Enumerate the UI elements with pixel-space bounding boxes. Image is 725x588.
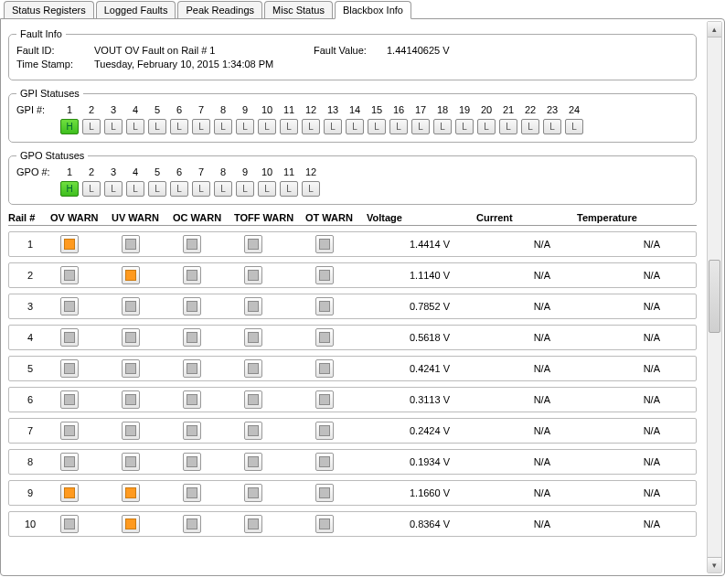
warn-indicator[interactable] xyxy=(315,297,334,315)
warn-indicator[interactable] xyxy=(315,484,334,502)
warn-indicator[interactable] xyxy=(122,359,140,378)
gpi-status-box[interactable]: L xyxy=(346,119,364,134)
warn-indicator[interactable] xyxy=(315,235,334,253)
gpi-status-box[interactable]: L xyxy=(521,119,539,134)
gpi-status-box[interactable]: L xyxy=(411,119,430,134)
warn-indicator[interactable] xyxy=(244,297,262,315)
warn-indicator[interactable] xyxy=(60,422,79,440)
table-row[interactable]: 60.3113 VN/AN/A xyxy=(8,387,697,412)
gpo-status-box[interactable]: L xyxy=(236,181,254,197)
warn-indicator[interactable] xyxy=(60,515,79,533)
warn-indicator[interactable] xyxy=(183,390,201,409)
gpi-status-box[interactable]: L xyxy=(368,119,386,134)
warn-indicator[interactable] xyxy=(60,453,79,471)
gpi-status-box[interactable]: L xyxy=(126,119,144,134)
warn-indicator[interactable] xyxy=(122,453,140,471)
warn-indicator[interactable] xyxy=(315,390,334,409)
gpi-status-box[interactable]: L xyxy=(170,119,188,134)
warn-indicator[interactable] xyxy=(122,422,140,440)
warn-indicator[interactable] xyxy=(183,515,201,533)
warn-indicator[interactable] xyxy=(183,484,201,502)
table-row[interactable]: 100.8364 VN/AN/A xyxy=(8,511,697,537)
gpo-status-box[interactable]: L xyxy=(104,181,123,197)
warn-indicator[interactable] xyxy=(315,515,334,533)
gpo-status-box[interactable]: L xyxy=(82,181,101,197)
table-row[interactable]: 80.1934 VN/AN/A xyxy=(8,449,697,475)
gpo-status-box[interactable]: L xyxy=(214,181,232,197)
warn-indicator[interactable] xyxy=(60,297,79,315)
gpi-status-box[interactable]: L xyxy=(433,119,452,134)
warn-indicator[interactable] xyxy=(122,328,140,347)
gpi-status-box[interactable]: L xyxy=(455,119,474,134)
gpi-status-box[interactable]: L xyxy=(236,119,254,134)
warn-indicator[interactable] xyxy=(60,328,79,347)
warn-indicator[interactable] xyxy=(183,297,201,315)
table-row[interactable]: 21.1140 VN/AN/A xyxy=(8,262,697,288)
gpo-status-box[interactable]: L xyxy=(126,181,144,197)
warn-indicator[interactable] xyxy=(183,328,201,347)
tab-logged-faults[interactable]: Logged Faults xyxy=(96,1,176,19)
warn-indicator[interactable] xyxy=(122,235,140,253)
warn-indicator[interactable] xyxy=(315,422,334,440)
scroll-thumb[interactable] xyxy=(709,260,720,333)
warn-indicator[interactable] xyxy=(315,359,334,378)
gpo-status-box[interactable]: L xyxy=(280,181,298,197)
gpi-status-box[interactable]: L xyxy=(82,119,101,134)
table-row[interactable]: 70.2424 VN/AN/A xyxy=(8,418,697,444)
gpo-status-box[interactable]: L xyxy=(258,181,276,197)
warn-indicator[interactable] xyxy=(122,266,140,284)
gpi-status-box[interactable]: L xyxy=(477,119,496,134)
gpi-status-box[interactable]: L xyxy=(148,119,166,134)
warn-indicator[interactable] xyxy=(244,390,262,409)
warn-indicator[interactable] xyxy=(183,235,201,253)
gpi-status-box[interactable]: L xyxy=(389,119,408,134)
warn-indicator[interactable] xyxy=(183,453,201,471)
scroll-up-button[interactable]: ▴ xyxy=(708,22,721,37)
table-row[interactable]: 50.4241 VN/AN/A xyxy=(8,356,697,381)
table-row[interactable]: 91.1660 VN/AN/A xyxy=(8,480,697,506)
warn-indicator[interactable] xyxy=(315,266,334,284)
gpi-status-box[interactable]: L xyxy=(543,119,561,134)
warn-indicator[interactable] xyxy=(244,484,262,502)
gpi-status-box[interactable]: H xyxy=(60,119,79,134)
table-row[interactable]: 40.5618 VN/AN/A xyxy=(8,325,697,350)
warn-indicator[interactable] xyxy=(244,453,262,471)
tab-blackbox-info[interactable]: Blackbox Info xyxy=(335,1,411,19)
warn-indicator[interactable] xyxy=(244,328,262,347)
warn-indicator[interactable] xyxy=(122,297,140,315)
warn-indicator[interactable] xyxy=(60,390,79,409)
warn-indicator[interactable] xyxy=(183,422,201,440)
tab-peak-readings[interactable]: Peak Readings xyxy=(177,1,262,19)
warn-indicator[interactable] xyxy=(315,328,334,347)
gpo-status-box[interactable]: L xyxy=(192,181,210,197)
warn-indicator[interactable] xyxy=(60,484,79,502)
gpo-status-box[interactable]: L xyxy=(148,181,166,197)
warn-indicator[interactable] xyxy=(183,359,201,378)
warn-indicator[interactable] xyxy=(122,515,140,533)
gpi-status-box[interactable]: L xyxy=(104,119,123,134)
tab-status-registers[interactable]: Status Registers xyxy=(4,1,94,19)
gpi-status-box[interactable]: L xyxy=(258,119,276,134)
gpi-status-box[interactable]: L xyxy=(280,119,298,134)
table-row[interactable]: 30.7852 VN/AN/A xyxy=(8,294,697,319)
warn-indicator[interactable] xyxy=(183,266,201,284)
warn-indicator[interactable] xyxy=(60,359,79,378)
gpi-status-box[interactable]: L xyxy=(302,119,320,134)
warn-indicator[interactable] xyxy=(244,359,262,378)
gpo-status-box[interactable]: H xyxy=(60,181,79,197)
vertical-scrollbar[interactable]: ▴ ▾ xyxy=(707,21,722,573)
warn-indicator[interactable] xyxy=(60,266,79,284)
gpi-status-box[interactable]: L xyxy=(565,119,583,134)
warn-indicator[interactable] xyxy=(244,422,262,440)
gpi-status-box[interactable]: L xyxy=(499,119,517,134)
tab-misc-status[interactable]: Misc Status xyxy=(264,1,333,19)
warn-indicator[interactable] xyxy=(60,235,79,253)
gpi-status-box[interactable]: L xyxy=(214,119,232,134)
warn-indicator[interactable] xyxy=(315,453,334,471)
gpi-status-box[interactable]: L xyxy=(192,119,210,134)
gpo-status-box[interactable]: L xyxy=(170,181,188,197)
table-row[interactable]: 11.4414 VN/AN/A xyxy=(8,231,697,257)
warn-indicator[interactable] xyxy=(122,484,140,502)
warn-indicator[interactable] xyxy=(244,266,262,284)
warn-indicator[interactable] xyxy=(244,515,262,533)
